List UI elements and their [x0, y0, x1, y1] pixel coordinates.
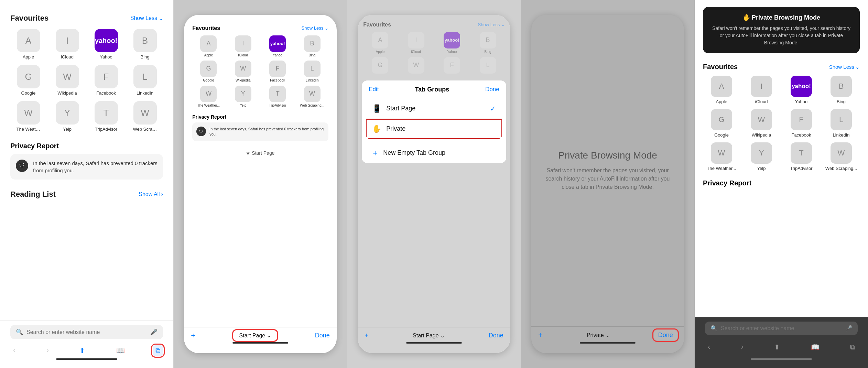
fav-mini-icloud-2[interactable]: IiCloud [227, 35, 259, 57]
p5-back-button[interactable]: ‹ [705, 341, 713, 353]
privacy-report-card[interactable]: 🛡 In the last seven days, Safari has pre… [10, 154, 163, 180]
fav-weather-label: The Weather... [17, 127, 41, 132]
p5-forward-button[interactable]: › [738, 341, 746, 353]
chevron-down-icon: ⌄ [159, 15, 163, 22]
tab-group-private[interactable]: ✋ Private [366, 119, 502, 139]
fav-mini-yahoo-2[interactable]: yahoo!Yahoo [261, 35, 294, 57]
search-input[interactable] [26, 329, 147, 335]
back-button[interactable]: ‹ [10, 345, 18, 356]
fav-tripadvisor[interactable]: T TripAdvisor [88, 101, 124, 132]
start-page-link-2[interactable]: ★ Start Page [192, 147, 328, 159]
done-button-nav-3[interactable]: Done [489, 332, 503, 339]
fav-yahoo[interactable]: yahoo! Yahoo [88, 29, 124, 59]
p5-fav-wikipedia[interactable]: WWikipedia [743, 109, 780, 138]
home-indicator-3 [406, 342, 462, 344]
p5-fav-facebook[interactable]: FFacebook [783, 109, 820, 138]
start-page-nav-button[interactable]: Start Page ⌄ [234, 331, 277, 340]
fav-mini-linkedin-icon-2: L [304, 61, 321, 77]
private-browsing-title: Private Browsing Mode [558, 150, 657, 161]
new-empty-tab-group[interactable]: ＋ New Empty Tab Group [366, 143, 502, 163]
private-nav-center[interactable]: Private ⌄ [581, 331, 615, 340]
p5-bookmarks-button[interactable]: 📖 [808, 342, 822, 353]
panel1-bottom-bar: 🔍 🎤 ‹ › ⬆ 📖 ⧉ [0, 321, 173, 368]
fav-mini-webscraping-2[interactable]: WWeb Scraping... [296, 86, 328, 107]
p5-fav-icloud[interactable]: IiCloud [743, 76, 780, 104]
fav-yahoo-label: Yahoo [100, 54, 112, 59]
private-content-4: Private Browsing Mode Safari won't remem… [531, 15, 684, 326]
p5-fav-facebook-icon: F [791, 109, 812, 130]
fav-google[interactable]: G Google [10, 65, 46, 96]
fav-yelp[interactable]: Y Yelp [49, 101, 85, 132]
microphone-icon[interactable]: 🎤 [150, 328, 158, 336]
p5-fav-apple[interactable]: AApple [703, 76, 740, 104]
p5-fav-google[interactable]: GGoogle [703, 109, 740, 138]
p5-fav-weather[interactable]: WThe Weather... [703, 142, 740, 171]
fav-mini-yelp-2[interactable]: YYelp [227, 86, 259, 107]
tab-groups-overlay: Edit Tab Groups Done 📱 Start Page ✓ ✋ Pr… [362, 80, 506, 163]
fav-apple[interactable]: A Apple [10, 29, 46, 59]
fav-mini-wikipedia-2[interactable]: WWikipedia [227, 61, 259, 82]
p5-fav-yelp[interactable]: YYelp [743, 142, 780, 171]
p5-share-button[interactable]: ⬆ [771, 342, 783, 353]
start-page-center-3[interactable]: Start Page ⌄ [407, 331, 450, 340]
fav-mini-tripadvisor-2[interactable]: TTripAdvisor [261, 86, 294, 107]
fav-linkedin[interactable]: L LinkedIn [127, 65, 163, 96]
fav-facebook[interactable]: F Facebook [88, 65, 124, 96]
done-button-2[interactable]: Done [315, 332, 330, 339]
fav-wikipedia[interactable]: W Wikipedia [49, 65, 85, 96]
plus-icon-new-group: ＋ [371, 148, 379, 158]
p5-search-input[interactable] [721, 325, 842, 332]
show-less-button[interactable]: Show Less ⌄ [130, 15, 163, 22]
p5-show-less-btn[interactable]: Show Less ⌄ [829, 64, 860, 70]
forward-button[interactable]: › [44, 345, 52, 356]
fav-bg-w: W [399, 57, 433, 74]
fav-mini-bing-2[interactable]: BBing [296, 35, 328, 57]
fav-bing-icon: B [133, 29, 157, 52]
fav-facebook-icon: F [95, 65, 118, 88]
tab-group-start-page[interactable]: 📱 Start Page ✓ [366, 99, 502, 119]
favourites-header: Favourites Show Less ⌄ [10, 14, 163, 23]
search-bar[interactable]: 🔍 🎤 [10, 325, 163, 339]
fav-mini-weather-2[interactable]: WThe Weather... [192, 86, 225, 107]
plus-button-4[interactable]: + [538, 331, 542, 339]
edit-button-3[interactable]: Edit [369, 86, 379, 93]
chevron-down-icon-4: ⌄ [605, 332, 610, 338]
p5-tab-switcher-button[interactable]: ⧉ [847, 342, 858, 353]
new-group-label: New Empty Tab Group [383, 149, 445, 156]
bookmarks-button[interactable]: 📖 [113, 345, 128, 356]
plus-button-2[interactable]: + [191, 331, 195, 340]
fav-weather[interactable]: W The Weather... [10, 101, 46, 132]
fav-mini-facebook-2[interactable]: FFacebook [261, 61, 294, 82]
p5-search-bar[interactable]: 🔍 🎤 [705, 322, 858, 335]
p5-fav-google-icon: G [711, 109, 732, 130]
privacy-card-2: 🛡 In the last seven days, Safari has pre… [192, 122, 328, 141]
fav-webscraping-label: Web Scraping... [133, 127, 157, 132]
panel-5: 🖐 Private Browsing Mode Safari won't rem… [695, 0, 868, 368]
tab-switcher-button[interactable]: ⧉ [153, 345, 163, 356]
fav-webscraping[interactable]: W Web Scraping... [127, 101, 163, 132]
fav-mini-facebook-icon-2: F [269, 61, 286, 77]
fav-mini-google-2[interactable]: GGoogle [192, 61, 225, 82]
plus-button-3[interactable]: + [365, 332, 369, 339]
p5-fav-bing[interactable]: BBing [823, 76, 860, 104]
fav-bg-l: L [471, 57, 504, 74]
done-button-4[interactable]: Done [654, 330, 677, 340]
device-nav-2: + Start Page ⌄ Done [191, 331, 330, 340]
fav-grid-mini-2: AApple IiCloud yahoo!Yahoo BBing GGoogle… [192, 35, 328, 107]
fav-mini-linkedin-2[interactable]: LLinkedIn [296, 61, 328, 82]
show-all-button[interactable]: Show All › [139, 191, 163, 197]
share-button[interactable]: ⬆ [77, 345, 88, 356]
p5-microphone-icon[interactable]: 🎤 [845, 325, 852, 332]
fav-icloud[interactable]: I iCloud [49, 29, 85, 59]
p5-fav-webscraping[interactable]: WWeb Scraping... [823, 142, 860, 171]
fav-mini-wikipedia-icon-2: W [235, 61, 251, 77]
fav-mini-apple-2[interactable]: AApple [192, 35, 225, 57]
p5-fav-tripadvisor[interactable]: TTripAdvisor [783, 142, 820, 171]
done-button-3[interactable]: Done [485, 86, 499, 93]
fav-bing[interactable]: B Bing [127, 29, 163, 59]
p5-fav-yahoo[interactable]: yahoo!Yahoo [783, 76, 820, 104]
show-less-mini-2[interactable]: Show Less ⌄ [302, 25, 328, 31]
p5-fav-linkedin[interactable]: LLinkedIn [823, 109, 860, 138]
p5-search-icon: 🔍 [710, 325, 717, 332]
fav-google-label: Google [21, 90, 36, 96]
